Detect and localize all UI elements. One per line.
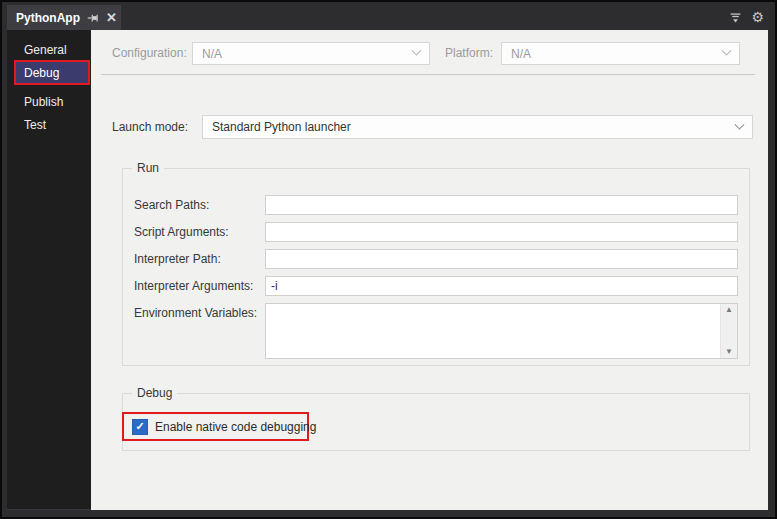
scroll-up-icon[interactable]: ▲ <box>725 306 733 314</box>
checkmark-icon: ✓ <box>135 421 144 432</box>
interpreter-path-input[interactable] <box>265 249 738 269</box>
debug-group-title: Debug <box>132 386 177 400</box>
run-group-title: Run <box>132 161 164 175</box>
debug-group: Debug ✓ Enable native code debugging <box>122 393 750 451</box>
script-arguments-input[interactable] <box>265 222 738 242</box>
interpreter-path-row: Interpreter Path: <box>123 249 749 271</box>
window-toolbar: ⚙ <box>729 10 764 24</box>
platform-value: N/A <box>511 47 531 61</box>
sidebar-item-general[interactable]: General <box>7 39 91 61</box>
chevron-down-icon <box>412 46 422 56</box>
configuration-value: N/A <box>202 47 222 61</box>
environment-variables-row: Environment Variables: ▲ ▼ <box>123 303 749 361</box>
environment-variables-input[interactable] <box>266 304 720 358</box>
launch-mode-dropdown[interactable]: Standard Python launcher <box>202 115 753 139</box>
launch-mode-value: Standard Python launcher <box>212 120 351 134</box>
chevron-down-icon <box>735 119 745 129</box>
script-arguments-label: Script Arguments: <box>134 225 229 239</box>
interpreter-path-label: Interpreter Path: <box>134 252 221 266</box>
search-paths-input[interactable] <box>265 195 738 215</box>
sidebar-item-publish[interactable]: Publish <box>7 91 91 113</box>
environment-variables-label: Environment Variables: <box>134 306 257 320</box>
tab-title: PythonApp <box>16 11 80 25</box>
properties-window: PythonApp ✕ ⚙ General Debug Publish Test <box>0 0 777 519</box>
search-paths-row: Search Paths: <box>123 195 749 217</box>
platform-label: Platform: <box>445 46 493 60</box>
run-group: Run Search Paths: Script Arguments: Inte… <box>122 168 750 366</box>
scroll-down-icon[interactable]: ▼ <box>725 348 733 356</box>
native-debug-checkbox[interactable]: ✓ <box>132 419 148 435</box>
native-debug-checkbox-label[interactable]: Enable native code debugging <box>155 420 316 434</box>
filter-icon[interactable] <box>729 11 742 24</box>
interpreter-arguments-label: Interpreter Arguments: <box>134 279 253 293</box>
pin-icon[interactable] <box>87 12 99 24</box>
gear-icon[interactable]: ⚙ <box>751 10 764 24</box>
sidebar: General Debug Publish Test <box>7 30 91 510</box>
search-paths-label: Search Paths: <box>134 198 209 212</box>
interpreter-arguments-row: Interpreter Arguments: <box>123 276 749 298</box>
native-debug-annotation-box: ✓ Enable native code debugging <box>122 412 309 441</box>
separator-line <box>101 74 755 75</box>
launch-mode-label: Launch mode: <box>112 120 188 134</box>
interpreter-arguments-input[interactable] <box>265 276 738 296</box>
configuration-label: Configuration: <box>112 46 187 60</box>
script-arguments-row: Script Arguments: <box>123 222 749 244</box>
sidebar-item-test[interactable]: Test <box>7 114 91 136</box>
close-icon[interactable]: ✕ <box>106 11 117 24</box>
configuration-dropdown[interactable]: N/A <box>192 42 430 65</box>
debug-settings-page: Configuration: N/A Platform: N/A Launch … <box>91 30 768 510</box>
tab-pythonapp[interactable]: PythonApp ✕ <box>7 5 121 30</box>
chevron-down-icon <box>722 46 732 56</box>
environment-variables-box: ▲ ▼ <box>265 303 738 359</box>
env-scrollbar[interactable]: ▲ ▼ <box>720 304 737 358</box>
sidebar-item-debug[interactable]: Debug <box>14 60 90 85</box>
platform-dropdown[interactable]: N/A <box>501 42 740 65</box>
